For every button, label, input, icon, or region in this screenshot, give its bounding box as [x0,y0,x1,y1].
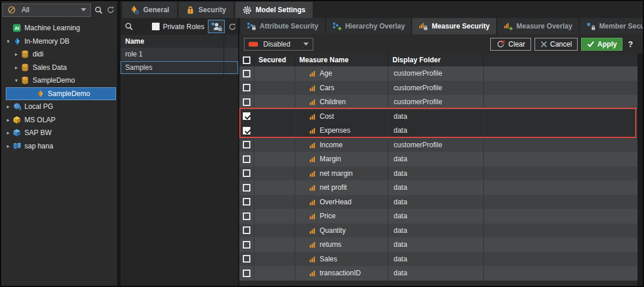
measure-row-margin[interactable]: Margindata [239,152,638,166]
secured-checkbox[interactable] [243,141,250,148]
secured-checkbox[interactable] [243,212,250,220]
secured-checkbox[interactable] [243,184,250,192]
secured-cell [254,266,295,281]
tree-item-local-pg[interactable]: ▸Local PG [1,100,117,114]
measure-row-price[interactable]: Pricedata [239,209,638,224]
measure-icon [309,212,316,219]
measure-row-age[interactable]: AgecustomerProfile [239,66,638,81]
help-button[interactable]: ? [628,40,633,49]
role-row-samples[interactable]: Samples [121,61,238,75]
expand-arrow-icon[interactable]: ▸ [4,143,12,149]
measure-row-overhead[interactable]: OverHeaddata [239,195,638,210]
measure-row-children[interactable]: ChildrencustomerProfile [239,95,638,109]
ai-icon: AI [12,24,22,32]
measure-row-cost[interactable]: Costdata [239,109,638,124]
secured-checkbox[interactable] [243,112,250,120]
tab-general[interactable]: General [122,2,177,18]
roles-list: role 1Samples [121,48,238,75]
measure-name: OverHead [320,198,352,206]
display-folder: data [394,226,407,235]
measure-row-net-profit[interactable]: net profitdata [239,180,638,195]
chevron-down-icon [81,8,86,12]
measure-name: transactionID [320,269,361,277]
measure-name: Quantity [320,226,346,235]
measure-row-expenses[interactable]: Expensesdata [239,123,638,138]
subtab-attribute-security[interactable]: Attribute Security [240,18,325,34]
tree-item-machine-learning[interactable]: AIMachine Learning [1,22,117,35]
secured-checkbox[interactable] [243,84,250,91]
measure-row-returns[interactable]: returnsdata [239,238,638,252]
attribute-security-icon [247,22,256,31]
measure-overlay-icon [504,22,513,31]
tree-item-sap-bw[interactable]: ▸SAP BW [1,126,117,140]
display-folder: customerProfile [394,84,442,92]
tab-model-settings[interactable]: Model Settings [235,2,313,18]
secured-cell [254,152,295,166]
vertical-scrollbar[interactable] [638,54,643,286]
measure-icon [309,127,316,134]
secured-checkbox[interactable] [243,127,250,134]
secured-checkbox[interactable] [243,270,250,277]
measure-row-income[interactable]: IncomecustomerProfile [239,138,638,153]
collapse-arrow-icon[interactable]: ▾ [4,38,12,44]
collapse-arrow-icon[interactable]: ▾ [12,77,20,83]
subtab-label: Measure Security [431,22,489,30]
tree-item-sampledemo[interactable]: ▾SampleDemo [1,74,117,87]
subtab-measure-security[interactable]: Measure Security [412,18,496,34]
measure-row-transactionid[interactable]: transactionIDdata [239,266,638,281]
tree-item-ms-olap[interactable]: ▸MS OLAP [1,114,117,127]
subtab-measure-overlay[interactable]: Measure Overlay [497,18,579,34]
cube-yellow-icon [12,116,22,124]
display-folder: data [394,169,407,178]
clear-icon [496,40,505,48]
tree-item-sales-data[interactable]: ▸Sales Data [1,61,117,75]
secured-checkbox[interactable] [243,70,250,77]
tree-item-in-memory-db[interactable]: ▾In-Memory DB [1,35,117,48]
refresh-icon[interactable] [107,6,115,14]
measure-row-sales[interactable]: Salesdata [239,252,638,267]
roles-search-icon[interactable] [125,22,133,31]
expand-arrow-icon[interactable]: ▸ [12,51,20,57]
measure-row-cars[interactable]: CarscustomerProfile [239,81,638,95]
apply-button[interactable]: Apply [581,38,622,51]
measure-icon [309,84,316,91]
tab-security[interactable]: Security [179,2,233,18]
clear-button[interactable]: Clear [490,38,531,51]
roles-refresh-icon[interactable] [228,23,236,31]
secured-checkbox[interactable] [243,98,250,106]
secured-checkbox[interactable] [243,226,250,234]
add-role-button[interactable] [208,20,225,33]
subtab-member-security[interactable]: Member Security [580,18,644,34]
expand-arrow-icon[interactable]: ▸ [4,104,12,109]
select-all-checkbox[interactable] [243,56,250,64]
measure-row-net-margin[interactable]: net margindata [239,166,638,181]
expand-arrow-icon[interactable]: ▸ [4,117,12,123]
private-roles-checkbox[interactable] [152,23,160,30]
expand-arrow-icon[interactable]: ▸ [4,130,12,136]
member-security-icon [586,22,596,31]
secured-checkbox[interactable] [243,241,250,249]
role-row-role-1[interactable]: role 1 [121,48,238,61]
subtab-hierarchy-overlay[interactable]: Hierarchy Overlay [326,18,412,34]
measure-name: Children [320,98,346,106]
secured-checkbox[interactable] [243,169,250,177]
tree-item-didi[interactable]: ▸didi [1,48,117,61]
measure-name: Cost [320,112,334,121]
expand-arrow-icon[interactable]: ▸ [12,65,20,70]
security-mode-dropdown[interactable]: Disabled [244,38,313,51]
database-filter-dropdown[interactable]: All [2,3,91,17]
subtab-label: Measure Overlay [516,22,572,30]
tree-item-sap-hana[interactable]: ▸sap hana [1,140,117,153]
svg-text:AI: AI [15,26,19,31]
cancel-button[interactable]: Cancel [535,38,578,51]
search-icon[interactable] [94,6,103,15]
secured-checkbox[interactable] [243,198,250,205]
measure-row-quantity[interactable]: Quantitydata [239,224,638,238]
secured-checkbox[interactable] [243,155,250,163]
tree-item-sampledemo[interactable]: SampleDemo [6,87,116,101]
measure-name: net profit [320,183,347,192]
secured-checkbox[interactable] [243,255,250,263]
tree-item-label: didi [33,50,44,58]
clear-button-label: Clear [508,40,525,48]
empty-cell [484,252,638,267]
